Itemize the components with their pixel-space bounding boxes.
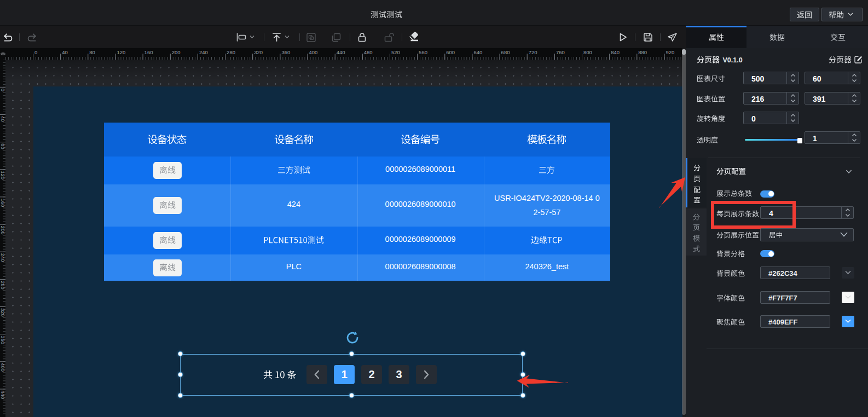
svg-text:880: 880 bbox=[638, 49, 647, 55]
svg-text:920: 920 bbox=[666, 49, 675, 55]
svg-text:520: 520 bbox=[391, 49, 400, 55]
svg-text:0: 0 bbox=[0, 89, 5, 91]
svg-text:280: 280 bbox=[227, 49, 235, 55]
svg-text:320: 320 bbox=[0, 308, 5, 317]
svg-text:160: 160 bbox=[0, 198, 5, 207]
svg-text:720: 720 bbox=[529, 49, 537, 55]
svg-text:280: 280 bbox=[0, 281, 5, 289]
svg-text:120: 120 bbox=[0, 171, 5, 179]
svg-text:360: 360 bbox=[0, 335, 5, 344]
svg-text:200: 200 bbox=[0, 226, 5, 235]
svg-text:840: 840 bbox=[611, 49, 620, 55]
svg-text:160: 160 bbox=[144, 49, 153, 55]
svg-text:80: 80 bbox=[0, 143, 5, 149]
svg-text:320: 320 bbox=[254, 49, 263, 55]
svg-text:440: 440 bbox=[337, 49, 345, 55]
svg-text:560: 560 bbox=[419, 49, 427, 55]
svg-text:400: 400 bbox=[309, 49, 318, 55]
svg-text:800: 800 bbox=[583, 49, 592, 55]
svg-text:0: 0 bbox=[34, 49, 37, 55]
svg-text:640: 640 bbox=[473, 49, 482, 55]
svg-text:680: 680 bbox=[501, 49, 510, 55]
svg-text:40: 40 bbox=[62, 49, 68, 55]
svg-text:360: 360 bbox=[281, 49, 290, 55]
svg-text:440: 440 bbox=[0, 391, 5, 399]
svg-text:400: 400 bbox=[0, 363, 5, 372]
svg-text:120: 120 bbox=[117, 49, 126, 55]
svg-text:480: 480 bbox=[364, 49, 373, 55]
svg-text:760: 760 bbox=[556, 49, 565, 55]
svg-text:80: 80 bbox=[89, 49, 95, 55]
svg-text:200: 200 bbox=[172, 49, 181, 55]
svg-text:600: 600 bbox=[446, 49, 455, 55]
svg-text:240: 240 bbox=[0, 253, 5, 262]
svg-text:240: 240 bbox=[199, 49, 208, 55]
svg-text:40: 40 bbox=[0, 116, 5, 122]
